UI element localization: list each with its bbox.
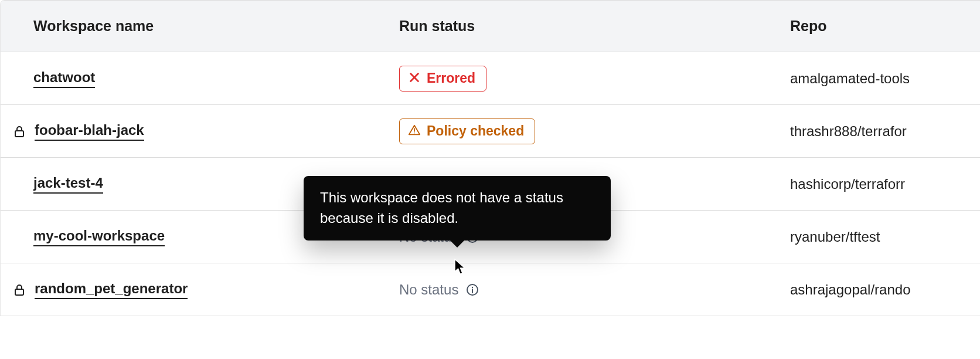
status-badge-policy-checked[interactable]: Policy checked (399, 118, 535, 144)
run-status-cell: No status (399, 282, 790, 298)
workspace-name-cell: chatwoot (33, 69, 399, 88)
lock-icon (12, 283, 26, 297)
table-row: random_pet_generator No status ashrajago… (1, 263, 980, 316)
workspace-link[interactable]: foobar-blah-jack (35, 122, 144, 141)
col-header-run-status[interactable]: Run status (399, 18, 790, 35)
col-header-repo[interactable]: Repo (790, 18, 964, 35)
info-icon[interactable] (465, 283, 479, 297)
workspace-link[interactable]: my-cool-workspace (33, 228, 165, 246)
svg-rect-8 (15, 289, 23, 295)
run-status-cell: Errored (399, 66, 790, 92)
run-status-cell: Policy checked (399, 118, 790, 144)
tooltip-text: This workspace does not have a status be… (320, 189, 563, 226)
workspace-name-cell: random_pet_generator (33, 280, 399, 299)
repo-cell[interactable]: amalgamated-tools (790, 70, 964, 87)
col-header-workspace[interactable]: Workspace name (33, 18, 399, 35)
status-label: Errored (427, 72, 475, 85)
x-icon (408, 71, 421, 86)
status-label: Policy checked (427, 124, 524, 138)
table-row: chatwoot Errored amalgamated-tools (1, 52, 980, 105)
repo-cell[interactable]: hashicorp/terraforr (790, 176, 964, 192)
status-label: No status (399, 282, 458, 298)
repo-cell[interactable]: thrashr888/terrafor (790, 123, 964, 140)
workspace-name-cell: foobar-blah-jack (33, 122, 399, 141)
svg-point-10 (472, 286, 473, 287)
status-tooltip: This workspace does not have a status be… (304, 176, 611, 241)
repo-cell[interactable]: ryanuber/tftest (790, 229, 964, 245)
svg-point-4 (414, 132, 415, 133)
table-header-row: Workspace name Run status Repo (1, 1, 980, 52)
alert-triangle-icon (408, 124, 421, 139)
lock-icon (12, 124, 26, 138)
status-badge-errored[interactable]: Errored (399, 66, 486, 92)
svg-rect-2 (15, 131, 23, 137)
repo-cell[interactable]: ashrajagopal/rando (790, 282, 964, 298)
workspace-link[interactable]: jack-test-4 (33, 175, 103, 194)
table-row: foobar-blah-jack Policy checked thrashr8… (1, 105, 980, 158)
workspace-link[interactable]: chatwoot (33, 69, 95, 88)
workspace-link[interactable]: random_pet_generator (35, 280, 188, 299)
workspaces-table: Workspace name Run status Repo chatwoot … (0, 0, 980, 316)
